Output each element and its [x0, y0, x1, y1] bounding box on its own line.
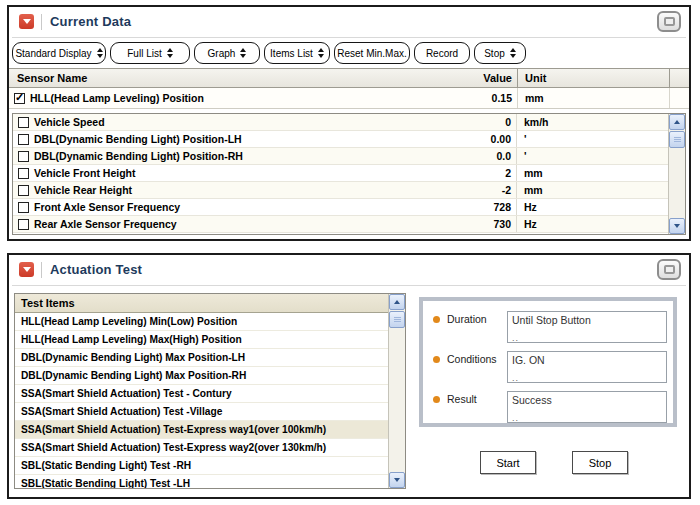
- maximize-button[interactable]: [657, 259, 681, 280]
- sensor-label: DBL(Dynamic Bending Light) Position-RH: [34, 150, 243, 162]
- list-item[interactable]: SSA(Smart Shield Actuation) Test -Villag…: [15, 403, 388, 421]
- overflow-dots: ..: [512, 413, 519, 423]
- chevron-down-icon[interactable]: [19, 262, 34, 277]
- sensor-label: Vehicle Rear Height: [34, 184, 132, 196]
- column-header-unit: Unit: [517, 69, 669, 87]
- table-row[interactable]: Front Axle Sensor Frequency 728 Hz: [13, 199, 668, 216]
- list-item[interactable]: HLL(Head Lamp Leveling) Min(Low) Positio…: [15, 313, 388, 331]
- result-label: Result: [447, 393, 507, 423]
- checkbox[interactable]: [18, 134, 29, 145]
- sensor-label: Rear Axle Sensor Frequency: [34, 218, 177, 230]
- list-item[interactable]: SSA(Smart Shield Actuation) Test - Contu…: [15, 385, 388, 403]
- sensor-label: Vehicle Speed: [34, 116, 105, 128]
- button-label: Standard Display: [15, 48, 91, 59]
- grip-icon: [674, 137, 681, 142]
- conditions-label: Conditions: [447, 353, 507, 383]
- checkbox-checked[interactable]: [14, 93, 25, 104]
- table-row[interactable]: Vehicle Speed 0 km/h: [13, 114, 668, 131]
- sensor-name-cell: Rear Axle Sensor Frequency: [13, 218, 412, 230]
- standard-display-button[interactable]: Standard Display: [12, 42, 106, 64]
- duration-field[interactable]: Until Stop Button..: [507, 311, 667, 343]
- list-item-selected[interactable]: SSA(Smart Shield Actuation) Test-Express…: [15, 421, 388, 439]
- actuation-test-titlebar: Actuation Test: [9, 255, 689, 285]
- chevron-down-icon[interactable]: [19, 14, 34, 29]
- bullet-icon: [433, 396, 440, 403]
- button-label: Items List: [270, 48, 313, 59]
- sensor-value-cell: 730: [412, 218, 516, 230]
- table-row[interactable]: DBL(Dynamic Bending Light) Position-LH 0…: [13, 131, 668, 148]
- sensor-value-cell: 728: [412, 201, 516, 213]
- sensor-name-cell: DBL(Dynamic Bending Light) Position-LH: [13, 133, 412, 145]
- sensor-unit-cell: ': [516, 131, 668, 147]
- checkbox[interactable]: [18, 185, 29, 196]
- updown-arrows-icon: [318, 48, 324, 58]
- checkbox[interactable]: [18, 151, 29, 162]
- list-item[interactable]: DBL(Dynamic Bending Light) Max Position-…: [15, 349, 388, 367]
- result-field[interactable]: Success..: [507, 391, 667, 423]
- duration-field-row: Duration Until Stop Button..: [433, 311, 673, 343]
- conditions-value: IG. ON: [512, 354, 545, 366]
- arrow-up-icon: [394, 300, 400, 304]
- scroll-up-button[interactable]: [389, 294, 405, 310]
- scroll-up-button[interactable]: [669, 114, 685, 130]
- list-item[interactable]: SBL(Static Bending Light) Test -RH: [15, 457, 388, 475]
- vertical-scrollbar[interactable]: [668, 114, 685, 234]
- current-data-titlebar: Current Data: [9, 7, 689, 37]
- scroll-down-button[interactable]: [389, 472, 405, 488]
- start-button[interactable]: Start: [480, 451, 536, 474]
- scrollbar-thumb[interactable]: [669, 131, 685, 148]
- arrow-up-icon: [674, 120, 680, 124]
- stop-dropdown-button[interactable]: Stop: [474, 42, 526, 64]
- sensor-rows: Vehicle Speed 0 km/h DBL(Dynamic Bending…: [13, 114, 668, 234]
- page-title: Current Data: [50, 14, 131, 29]
- sensor-name-cell: DBL(Dynamic Bending Light) Position-RH: [13, 150, 412, 162]
- sensor-unit-cell: ': [516, 148, 668, 164]
- arrow-down-icon: [394, 478, 400, 482]
- table-row-pinned[interactable]: HLL(Head Lamp Leveling) Position 0.15 mm: [9, 88, 689, 109]
- current-data-panel: Current Data Standard Display Full List …: [7, 5, 691, 241]
- table-row[interactable]: Vehicle Rear Height -2 mm: [13, 182, 668, 199]
- updown-arrows-icon: [97, 48, 103, 58]
- sensor-label: DBL(Dynamic Bending Light) Position-LH: [34, 133, 242, 145]
- actuation-test-panel: Actuation Test Test Items HLL(Head Lamp …: [7, 253, 691, 499]
- scroll-down-button[interactable]: [669, 218, 685, 234]
- table-row[interactable]: DBL(Dynamic Bending Light) Position-RH 0…: [13, 148, 668, 165]
- checkbox[interactable]: [18, 202, 29, 213]
- vertical-scrollbar[interactable]: [388, 294, 405, 488]
- list-item[interactable]: SSA(Smart Shield Actuation) Test-Express…: [15, 439, 388, 457]
- graph-button[interactable]: Graph: [194, 42, 260, 64]
- checkbox[interactable]: [18, 117, 29, 128]
- maximize-button[interactable]: [657, 11, 681, 32]
- test-items-column: Test Items HLL(Head Lamp Leveling) Min(L…: [15, 294, 388, 488]
- table-row[interactable]: Rear Axle Sensor Frequency 730 Hz: [13, 216, 668, 233]
- full-list-button[interactable]: Full List: [110, 42, 190, 64]
- sensor-value-cell: 0.0: [412, 150, 516, 162]
- stop-button[interactable]: Stop: [572, 451, 628, 474]
- result-value: Success: [512, 394, 552, 406]
- updown-arrows-icon: [167, 48, 173, 58]
- checkbox[interactable]: [18, 219, 29, 230]
- checkbox[interactable]: [18, 168, 29, 179]
- scrollbar-thumb[interactable]: [389, 311, 405, 328]
- sensor-value-cell: -2: [412, 184, 516, 196]
- test-items-list: Test Items HLL(Head Lamp Leveling) Min(L…: [14, 293, 406, 489]
- list-item[interactable]: HLL(Head Lamp Leveling) Max(High) Positi…: [15, 331, 388, 349]
- table-header: Sensor Name Value Unit: [9, 68, 689, 88]
- sensor-unit-cell: mm: [516, 165, 668, 181]
- test-detail-groupbox: Duration Until Stop Button.. Conditions …: [419, 297, 677, 427]
- conditions-field[interactable]: IG. ON..: [507, 351, 667, 383]
- table-row[interactable]: Vehicle Front Height 2 mm: [13, 165, 668, 182]
- record-button[interactable]: Record: [414, 42, 470, 64]
- sensor-value-cell: 0.15: [411, 92, 517, 104]
- sensor-name-cell: Vehicle Speed: [13, 116, 412, 128]
- sensor-unit-cell: Hz: [516, 216, 668, 232]
- list-item[interactable]: DBL(Dynamic Bending Light) Max Position-…: [15, 367, 388, 385]
- list-item[interactable]: SBL(Static Bending Light) Test -LH: [15, 475, 388, 488]
- button-label: Reset Min.Max.: [337, 48, 406, 59]
- sensor-value-cell: 0.00: [412, 133, 516, 145]
- items-list-button[interactable]: Items List: [264, 42, 330, 64]
- reset-minmax-button[interactable]: Reset Min.Max.: [334, 42, 410, 64]
- overflow-dots: ..: [512, 333, 519, 343]
- sensor-unit-cell: mm: [516, 182, 668, 198]
- title-divider: [41, 14, 42, 30]
